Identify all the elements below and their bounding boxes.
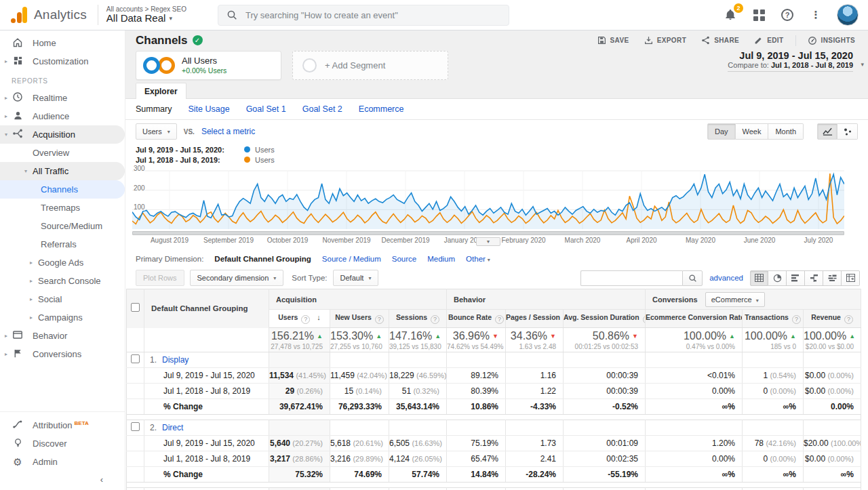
analytics-logo[interactable]: Analytics xyxy=(0,6,96,24)
help-icon[interactable]: ? xyxy=(844,315,853,324)
channel-link[interactable]: Direct xyxy=(162,423,183,432)
chart-scrollbar[interactable] xyxy=(132,231,844,235)
help-icon[interactable]: ? xyxy=(495,315,504,324)
subtab-site-usage[interactable]: Site Usage xyxy=(188,104,229,114)
sidebar-item-customization[interactable]: ▸ Customization xyxy=(0,52,125,70)
column-header-ecommerce-conversion-rate[interactable]: Ecommerce Conversion Rate? xyxy=(646,310,743,328)
select-metric-link[interactable]: Select a metric xyxy=(201,127,255,136)
help-icon[interactable]: ? xyxy=(792,315,801,324)
sidebar-item-all-traffic[interactable]: ▾ All Traffic xyxy=(0,162,125,180)
help-button[interactable]: ? xyxy=(780,7,795,22)
dimension-source-medium[interactable]: Source / Medium xyxy=(322,255,381,263)
subtab-goal-set-1[interactable]: Goal Set 1 xyxy=(246,104,286,114)
sidebar-item-audience[interactable]: ▸ Audience xyxy=(0,107,125,125)
column-header-sessions[interactable]: Sessions? xyxy=(389,310,447,328)
comparison-view-button[interactable] xyxy=(805,270,823,286)
motion-chart-button[interactable] xyxy=(837,123,858,140)
dimension-medium[interactable]: Medium xyxy=(427,255,455,263)
sidebar-item-acquisition[interactable]: ▾ Acquisition xyxy=(0,125,125,144)
sidebar-item-behavior[interactable]: ▸ Behavior xyxy=(0,327,125,345)
column-header-avg-session-duration[interactable]: Avg. Session Duration? xyxy=(564,310,646,328)
column-header-revenue[interactable]: Revenue? xyxy=(804,310,861,328)
metric-dropdown[interactable]: Users ▾ xyxy=(136,123,177,140)
column-header-users[interactable]: Users?↓ xyxy=(269,310,330,328)
column-header-default-channel-grouping[interactable]: Default Channel Grouping xyxy=(144,289,269,328)
week-button[interactable]: Week xyxy=(736,123,769,140)
sidebar-item-source-medium[interactable]: Source/Medium xyxy=(0,217,125,235)
help-icon[interactable]: ? xyxy=(375,315,384,324)
search-input[interactable] xyxy=(245,10,490,20)
channel-link[interactable]: Display xyxy=(162,355,189,365)
table-search-input[interactable] xyxy=(580,270,682,286)
sidebar-item-overview[interactable]: Overview xyxy=(0,144,125,162)
sidebar-item-treemaps[interactable]: Treemaps xyxy=(0,199,125,217)
help-icon[interactable]: ? xyxy=(431,315,439,324)
sidebar-item-home[interactable]: Home xyxy=(0,34,125,52)
subtab-summary[interactable]: Summary xyxy=(136,104,172,114)
collapse-chart-button[interactable]: ▼ xyxy=(476,237,500,246)
subtab-ecommerce[interactable]: Ecommerce xyxy=(359,104,404,114)
sidebar-item-channels[interactable]: Channels xyxy=(0,180,125,199)
insights-icon xyxy=(808,36,817,45)
row-checkbox[interactable] xyxy=(131,422,140,431)
sidebar-item-search-console[interactable]: ▸ Search Console xyxy=(0,272,125,290)
sidebar-item-google-ads[interactable]: ▸ Google Ads xyxy=(0,253,125,272)
column-header-new-users[interactable]: New Users? xyxy=(330,310,389,328)
metric-group-tabs: Summary Site Usage Goal Set 1 Goal Set 2… xyxy=(125,99,868,120)
segment-all-users[interactable]: All Users +0.00% Users xyxy=(136,51,281,80)
column-header-pages-session[interactable]: Pages / Session? xyxy=(506,310,564,328)
day-button[interactable]: Day xyxy=(707,123,736,140)
pivot-view-button[interactable] xyxy=(842,270,860,286)
table-search-button[interactable] xyxy=(682,270,703,286)
conversions-type-dropdown[interactable]: eCommerce▾ xyxy=(705,292,765,307)
export-button[interactable]: EXPORT xyxy=(638,33,693,48)
apps-grid-button[interactable] xyxy=(751,7,766,22)
search-icon xyxy=(688,274,697,283)
notifications-button[interactable]: 2 xyxy=(723,7,738,22)
account-switcher[interactable]: All accounts > Regex SEO All Data Real ▾ xyxy=(106,5,186,24)
line-chart-button[interactable] xyxy=(817,123,837,140)
dimension-default-channel-grouping[interactable]: Default Channel Grouping xyxy=(214,255,311,263)
more-menu-button[interactable]: ⋮ xyxy=(808,7,823,22)
sidebar-item-referrals[interactable]: Referrals xyxy=(0,235,125,253)
subtab-goal-set-2[interactable]: Goal Set 2 xyxy=(302,104,342,114)
dimension-source[interactable]: Source xyxy=(392,255,416,263)
dimension-other-dropdown[interactable]: Other▾ xyxy=(466,255,490,263)
data-view-button[interactable] xyxy=(750,270,768,286)
secondary-dimension-dropdown[interactable]: Secondary dimension ▾ xyxy=(190,270,284,286)
insights-button[interactable]: INSIGHTS xyxy=(802,33,861,49)
save-button[interactable]: SAVE xyxy=(591,33,635,48)
help-icon[interactable]: ? xyxy=(643,315,646,324)
term-cloud-view-button[interactable] xyxy=(823,270,842,286)
sidebar-item-attribution[interactable]: AttributionBETA xyxy=(0,416,125,434)
column-header-transactions[interactable]: Transactions? xyxy=(743,310,804,328)
edit-button[interactable]: EDIT xyxy=(748,33,789,48)
sort-type-dropdown[interactable]: Default ▾ xyxy=(333,270,379,286)
row-checkbox[interactable] xyxy=(131,354,140,363)
global-search[interactable] xyxy=(218,5,509,26)
bar-list-icon xyxy=(791,274,800,282)
sidebar-item-campaigns[interactable]: ▸ Campaigns xyxy=(0,308,125,327)
sidebar-item-social[interactable]: ▸ Social xyxy=(0,290,125,308)
home-icon xyxy=(12,37,24,49)
percentage-view-button[interactable] xyxy=(768,270,787,286)
advanced-search-link[interactable]: advanced xyxy=(709,274,743,282)
date-range-selector[interactable]: Jul 9, 2019 - Jul 15, 2020 Compare to: J… xyxy=(728,50,853,72)
sidebar-item-discover[interactable]: Discover xyxy=(0,434,125,453)
collapse-sidebar-button[interactable]: ‹ xyxy=(0,471,125,487)
select-all-checkbox[interactable] xyxy=(131,303,140,312)
audience-icon xyxy=(12,110,24,123)
table-row: % Change75.32%74.69%57.74%14.84%-28.24%-… xyxy=(127,467,861,483)
help-icon[interactable]: ? xyxy=(301,315,310,324)
sidebar-item-conversions[interactable]: ▸ Conversions xyxy=(0,345,125,363)
sidebar-item-admin[interactable]: ⚙ Admin xyxy=(0,453,125,471)
user-avatar[interactable] xyxy=(837,4,859,26)
add-segment-button[interactable]: + Add Segment xyxy=(292,51,448,80)
tab-explorer[interactable]: Explorer xyxy=(136,83,186,99)
performance-view-button[interactable] xyxy=(787,270,805,286)
share-button[interactable]: SHARE xyxy=(695,33,745,48)
plot-rows-button[interactable]: Plot Rows xyxy=(136,270,184,286)
sidebar-item-realtime[interactable]: ▸ Realtime xyxy=(0,89,125,107)
column-header-bounce-rate[interactable]: Bounce Rate? xyxy=(447,310,506,328)
month-button[interactable]: Month xyxy=(768,123,804,140)
